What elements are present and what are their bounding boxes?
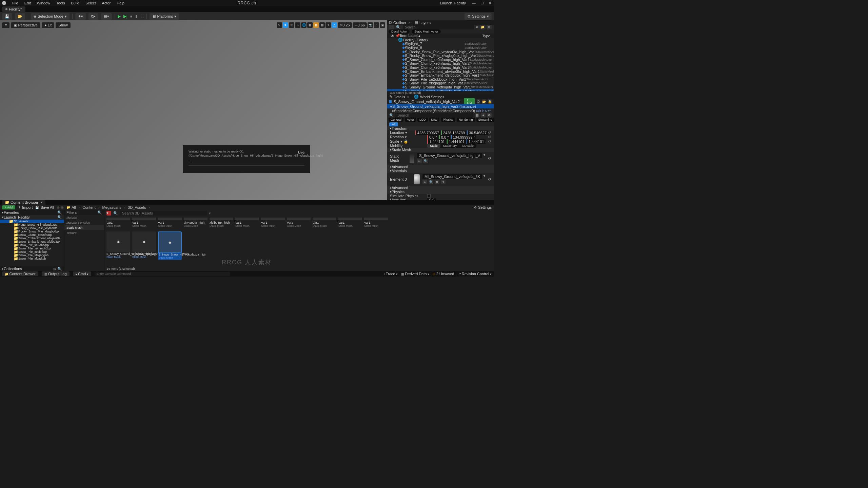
rotation-z-input[interactable]: 104.999999 ° — [451, 135, 477, 139]
play-button[interactable]: ▶ — [118, 14, 121, 19]
asset-tile-small[interactable]: Var1Static Mesh — [132, 218, 156, 227]
asset-tile-small[interactable]: Var1Static Mesh — [235, 218, 259, 227]
asset-tile-small[interactable]: Var1Static Mesh — [287, 218, 311, 227]
menu-actor[interactable]: Actor — [102, 1, 111, 5]
outliner-row[interactable]: ◆ S_Snow_Clump_xe0nfaoqx_high_Var3Static… — [387, 65, 494, 69]
outliner-search-input[interactable] — [403, 25, 474, 29]
favorites-header[interactable]: ▸ Favorites🔍 — [0, 210, 64, 215]
folder-tree-node[interactable]: 📁 Snow_Pile_xftjadtab — [0, 257, 64, 260]
rotation-x-input[interactable]: 0.0 ° — [427, 135, 438, 139]
tab-layers[interactable]: ▤ Layers — [415, 20, 431, 25]
cat-streaming[interactable]: Streaming — [476, 118, 494, 122]
outliner-options-icon[interactable]: ▾ — [476, 25, 478, 29]
use-asset-icon[interactable]: ⇦ — [417, 159, 422, 163]
mobility-movable[interactable]: Movable — [459, 144, 476, 148]
grid-snap-icon[interactable]: ▦ — [313, 22, 319, 28]
cb-crumb-megascans[interactable]: Megascans — [102, 205, 121, 209]
lit-mode-button[interactable]: ● Lit — [42, 22, 54, 28]
browse-asset-icon[interactable]: 📂 — [482, 99, 486, 104]
asset-tile[interactable]: ◆S_Huge_Snow_Hill_vdspdazqa_highStatic M… — [158, 231, 182, 260]
menu-edit[interactable]: Edit — [24, 1, 31, 5]
viewport-options-button[interactable]: ≡ — [2, 22, 9, 28]
filter-option[interactable]: Static Mesh — [64, 225, 104, 230]
asset-tile-small[interactable]: Var1Static Mesh — [106, 218, 130, 227]
settings-button[interactable]: ⚙ Settings ▾ — [465, 13, 492, 20]
material-reset-icon[interactable]: ↺ — [488, 177, 491, 182]
component-child-row[interactable]: ◈ StaticMeshComponent (StaticMeshCompone… — [387, 108, 494, 113]
tab-outliner[interactable]: ⌬ Outliner× — [389, 20, 411, 25]
rotation-y-input[interactable]: 0.0 ° — [439, 135, 450, 139]
outliner-settings-icon[interactable]: ⚙ — [487, 25, 492, 29]
asset-tile-small[interactable]: Var1Static Mesh — [313, 218, 336, 227]
cat-lod[interactable]: LOD — [417, 118, 428, 122]
item-label-header[interactable]: Item Label ▴ — [400, 34, 482, 38]
details-settings-icon[interactable]: ⚙ — [487, 113, 492, 118]
camera-speed-icon[interactable]: 📷 — [368, 22, 373, 28]
outliner-row[interactable]: ◆ S_Snow_Pile_xfsgaggab_high_Var1StaticM… — [387, 81, 494, 85]
location-y-input[interactable]: 2428.186739 — [441, 130, 466, 135]
cb-settings-button[interactable]: ⚙ Settings — [474, 205, 492, 209]
output-log-button[interactable]: ▤ Output Log — [42, 271, 70, 276]
surface-snap-icon[interactable]: ▦ — [307, 22, 313, 28]
browse-asset-icon[interactable]: 🔍 — [423, 159, 428, 163]
asset-tile-small[interactable]: uhvjae0fa_high_Static Mesh — [184, 218, 208, 227]
chip-static-mesh-actor[interactable]: Static Mesh Actor — [412, 29, 441, 34]
folder-tree-node[interactable]: 📁 Snow_Pile_xfsgaggab — [0, 253, 64, 257]
asset-tile[interactable]: ◆S_Snowy_Ground_vefkajufa_high_Var1Stati… — [106, 231, 130, 260]
static-mesh-asset-dropdown[interactable]: S_Snowy_Ground_vefkajufa_high_V — [417, 153, 482, 158]
clear-material-icon[interactable]: ✕ — [435, 180, 439, 184]
grid-size-icon[interactable]: ▦ — [319, 22, 325, 28]
details-favorites-icon[interactable]: ★ — [481, 113, 486, 118]
outliner-row[interactable]: ◆ Skylight_8StaticMeshActor — [387, 46, 494, 50]
visibility-column-icon[interactable]: 👁 — [391, 34, 395, 38]
menu-build[interactable]: Build — [71, 1, 79, 5]
menu-file[interactable]: File — [12, 1, 18, 5]
section-physics[interactable]: ▾ Physics — [387, 190, 494, 194]
outliner-row[interactable]: ◆ S_Snow_Pile_xe2obbqqx_high_Var1StaticM… — [387, 77, 494, 81]
use-material-icon[interactable]: ⇦ — [422, 180, 427, 184]
lock-icon[interactable]: 🔒 — [488, 99, 492, 104]
edit-in-cpp-link[interactable]: Edit in C++ — [476, 109, 491, 113]
browse-material-icon[interactable]: 🔍 — [429, 180, 433, 184]
cb-crumb-content[interactable]: Content — [82, 205, 96, 209]
section-advanced-1[interactable]: ▸ Advanced — [387, 165, 494, 169]
pause-button[interactable]: ■ — [130, 14, 133, 18]
filter-badge-icon[interactable]: ▾ — [106, 211, 111, 216]
section-static-mesh[interactable]: ▾ Static Mesh — [387, 148, 494, 152]
static-mesh-thumbnail[interactable] — [410, 153, 414, 163]
window-minimize-icon[interactable]: — — [472, 1, 476, 5]
type-header[interactable]: Type — [482, 34, 490, 38]
mobility-static[interactable]: Static — [427, 144, 440, 148]
asset-tile-small[interactable]: Var1Static Mesh — [261, 218, 285, 227]
cb-crumb-root[interactable]: 📁 All — [66, 205, 76, 209]
filter-option[interactable]: Material — [64, 215, 104, 220]
material-options-icon[interactable]: ▾ — [441, 180, 446, 184]
filter-option[interactable]: Texture — [64, 230, 104, 235]
folder-tree-node[interactable]: 📁 Snow_Pile_xesibfbqx — [0, 250, 64, 253]
outliner-root[interactable]: 🌐 Facility (Editor) — [387, 38, 494, 42]
asset-tile-small[interactable]: xfslbg3qx_high_Static Mesh — [210, 218, 233, 227]
folder-tree-node[interactable]: 📁 Snow_Embankment_xfslbg3qx — [0, 240, 64, 243]
blueprint-icon[interactable]: ⎔ — [477, 99, 480, 104]
asset-tile[interactable]: ◆S_Snowy_Rocks_Pile_vcykbjsva_high_Var1S… — [132, 231, 156, 260]
tab-world-settings[interactable]: 🌐 World Settings — [414, 95, 444, 99]
details-search-input[interactable] — [395, 113, 473, 118]
save-button[interactable]: 💾 — [2, 13, 12, 20]
folder-tree-node[interactable]: 📁 Snow_Clump_xe0nfaoqx — [0, 233, 64, 237]
window-close-icon[interactable]: ✕ — [489, 1, 492, 5]
scale-snap-value[interactable]: ▭ 0.66 — [353, 22, 367, 28]
outliner-row[interactable]: ◆ S_Snow_Clump_xe0nfaoqx_high_Var2Static… — [387, 62, 494, 66]
outliner-row[interactable]: ◆ S_Snowy_Ground_vefkajufa_high_Var1Stat… — [387, 85, 494, 89]
scale-z-input[interactable]: 1.444101 — [467, 139, 486, 144]
details-view-icon[interactable]: ▦ — [475, 113, 479, 118]
outliner-row[interactable]: ◆ S_Rocky_Snow_Pile_vcytca0fa_high_Var1S… — [387, 50, 494, 54]
scale-x-input[interactable]: 1.444101 — [427, 139, 446, 144]
scale-reset-icon[interactable]: ↺ — [488, 139, 491, 144]
cb-import-button[interactable]: ⬇ Import — [18, 205, 33, 209]
angle-snap-icon[interactable]: △ — [332, 22, 337, 28]
marketplace-button[interactable]: ⧉▾ — [88, 13, 98, 20]
tab-content-browser[interactable]: 📁 Content Browser × — [2, 200, 45, 205]
perspective-button[interactable]: ▣ Perspective — [11, 22, 40, 28]
add-content-button[interactable]: ✦▾ — [75, 13, 86, 20]
grid-value[interactable]: 1 — [326, 22, 331, 28]
